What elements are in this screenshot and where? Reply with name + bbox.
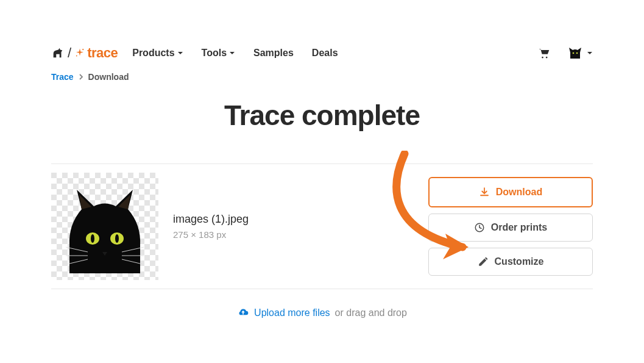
file-meta: images (1).jpeg 275 × 183 px [173,213,249,240]
customize-button[interactable]: Customize [428,248,593,276]
sparkle-icon [74,48,85,59]
nav-label: Samples [253,48,294,59]
caret-down-icon [177,50,183,56]
nav-deals[interactable]: Deals [312,48,338,59]
order-prints-button[interactable]: Order prints [428,214,593,242]
caret-down-icon [229,50,235,56]
breadcrumb-root[interactable]: Trace [51,72,74,82]
breadcrumb-current: Download [88,72,129,82]
chevron-right-icon [79,74,83,80]
button-label: Customize [495,256,544,267]
avatar-icon [567,45,583,61]
nav-label: Tools [202,48,227,59]
file-dimensions: 275 × 183 px [173,229,249,240]
nav-tools[interactable]: Tools [202,48,235,59]
user-menu[interactable] [567,45,593,61]
cloud-upload-icon [237,307,249,318]
nav-label: Products [132,48,174,59]
nav-items: Products Tools Samples Deals [132,48,338,59]
horse-icon [51,46,65,60]
result-card: images (1).jpeg 275 × 183 px Download Or… [51,164,593,289]
svg-point-11 [115,234,119,243]
svg-point-0 [82,49,83,50]
upload-more[interactable]: Upload more files or drag and drop [51,307,593,318]
clock-icon [474,222,485,233]
download-icon [479,187,490,198]
svg-point-10 [91,234,94,243]
caret-down-icon [587,50,593,56]
button-label: Order prints [491,222,547,233]
brand-word: trace [87,45,118,61]
logo[interactable]: / trace [51,45,118,61]
cart-icon[interactable] [538,48,550,59]
nav-samples[interactable]: Samples [253,48,294,59]
pencil-icon [478,256,489,267]
svg-point-2 [573,52,575,54]
slash-divider: / [68,45,71,61]
svg-point-1 [76,56,77,57]
upload-link[interactable]: Upload more files [254,307,330,318]
nav-label: Deals [312,48,338,59]
top-nav: / trace Products Tools Samples Deals [51,0,593,63]
button-label: Download [496,187,542,198]
nav-right [538,45,593,61]
result-thumbnail[interactable] [51,173,158,280]
download-button[interactable]: Download [428,177,593,207]
nav-products[interactable]: Products [132,48,183,59]
breadcrumb: Trace Download [51,72,593,82]
page-title: Trace complete [51,99,593,132]
action-buttons: Download Order prints Customize [428,177,593,276]
svg-point-3 [576,52,578,54]
upload-hint: or drag and drop [335,307,407,318]
file-name: images (1).jpeg [173,213,249,226]
